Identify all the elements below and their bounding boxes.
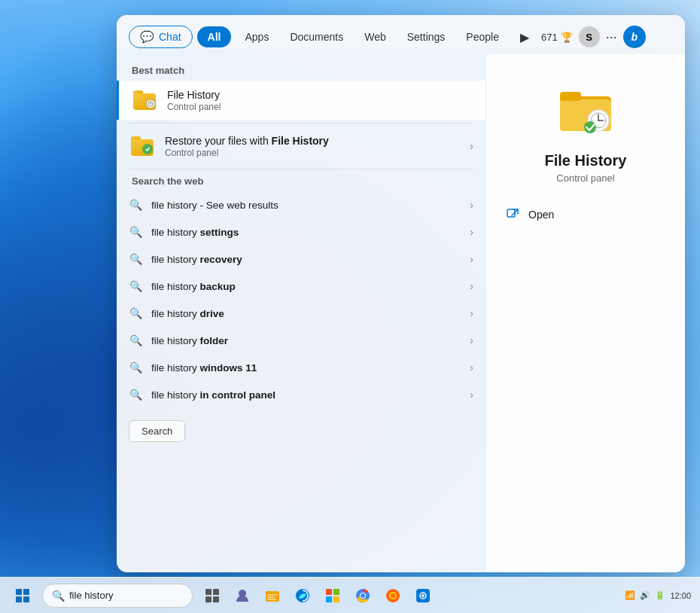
best-match-text: File History Control panel bbox=[167, 89, 473, 112]
bing-icon: b bbox=[631, 31, 638, 43]
search-icon-3: 🔍 bbox=[129, 279, 142, 293]
svg-rect-24 bbox=[266, 591, 272, 593]
best-match-result[interactable]: File History Control panel bbox=[117, 81, 485, 120]
svg-rect-29 bbox=[326, 589, 332, 595]
folder-icon-large bbox=[558, 86, 613, 134]
svg-rect-18 bbox=[205, 589, 212, 595]
taskbar-search-input[interactable] bbox=[69, 590, 182, 601]
count-badge[interactable]: 671 🏆 bbox=[541, 32, 573, 43]
web-item-4[interactable]: 🔍 file history drive › bbox=[117, 300, 485, 327]
web-item-3[interactable]: 🔍 file history backup › bbox=[117, 273, 485, 300]
tab-all[interactable]: All bbox=[197, 26, 232, 47]
restore-files-result[interactable]: Restore your files with File History Con… bbox=[117, 127, 485, 166]
chrome-icon bbox=[355, 587, 371, 604]
bing-button[interactable]: b bbox=[623, 26, 646, 48]
svg-rect-27 bbox=[267, 599, 276, 600]
tab-settings-label: Settings bbox=[407, 31, 446, 43]
open-icon bbox=[504, 206, 521, 223]
web-arrow-1: › bbox=[470, 226, 473, 238]
detail-actions: Open bbox=[501, 202, 670, 227]
windows-logo bbox=[16, 589, 29, 602]
web-text-4: file history drive bbox=[151, 308, 461, 319]
teams-icon bbox=[234, 587, 251, 604]
search-icon-6: 🔍 bbox=[129, 361, 142, 374]
tray-volume: 🔊 bbox=[640, 590, 650, 600]
svg-rect-31 bbox=[326, 596, 332, 602]
taskbar-settings-app[interactable] bbox=[409, 582, 437, 609]
file-history-icon bbox=[131, 87, 158, 114]
web-arrow-2: › bbox=[470, 253, 473, 265]
taskbar-search-bar[interactable]: 🔍 bbox=[42, 584, 193, 608]
tab-apps[interactable]: Apps bbox=[236, 26, 278, 47]
taskbar-chrome[interactable] bbox=[349, 582, 376, 609]
profile-button[interactable]: S bbox=[579, 26, 600, 47]
best-match-subtitle: Control panel bbox=[167, 102, 473, 112]
restore-icon bbox=[129, 133, 156, 160]
web-item-5[interactable]: 🔍 file history folder › bbox=[117, 327, 485, 354]
tab-chat-label: Chat bbox=[159, 31, 181, 43]
taskbar-firefox[interactable] bbox=[379, 582, 406, 609]
tab-web[interactable]: Web bbox=[355, 26, 395, 47]
web-text-2: file history recovery bbox=[151, 254, 461, 265]
svg-rect-26 bbox=[267, 596, 275, 598]
search-icon-7: 🔍 bbox=[129, 388, 142, 401]
tab-web-label: Web bbox=[364, 31, 386, 43]
search-icon-5: 🔍 bbox=[129, 334, 142, 347]
search-button[interactable]: Search bbox=[129, 420, 185, 442]
web-text-7: file history in control panel bbox=[151, 389, 461, 401]
taskbar-store[interactable] bbox=[319, 582, 346, 609]
taskbar-explorer[interactable] bbox=[259, 582, 286, 609]
web-arrow-3: › bbox=[470, 280, 473, 292]
detail-title: File History bbox=[545, 152, 627, 169]
svg-point-35 bbox=[361, 593, 365, 598]
web-item-6[interactable]: 🔍 file history windows 11 › bbox=[117, 354, 485, 381]
tab-people-label: People bbox=[466, 31, 499, 43]
profile-initial: S bbox=[586, 32, 592, 43]
taskbar-task-view[interactable] bbox=[199, 582, 226, 609]
web-item-2[interactable]: 🔍 file history recovery › bbox=[117, 246, 485, 273]
start-button[interactable] bbox=[9, 582, 36, 609]
restore-text: Restore your files with File History Con… bbox=[165, 135, 461, 158]
svg-rect-32 bbox=[333, 596, 339, 602]
tab-chat[interactable]: 💬 Chat bbox=[129, 26, 193, 48]
svg-rect-25 bbox=[267, 594, 278, 596]
settings-app-icon bbox=[415, 587, 431, 604]
search-header: 💬 Chat All Apps Documents Web Settings P… bbox=[117, 15, 685, 48]
chat-icon: 💬 bbox=[140, 30, 154, 44]
tab-all-label: All bbox=[208, 31, 221, 43]
svg-rect-30 bbox=[333, 589, 339, 595]
web-arrow-4: › bbox=[470, 307, 473, 319]
tab-people[interactable]: People bbox=[457, 26, 508, 47]
action-open[interactable]: Open bbox=[501, 202, 670, 227]
taskbar-search-icon: 🔍 bbox=[52, 590, 65, 602]
detail-icon bbox=[555, 80, 616, 140]
web-arrow-0: › bbox=[470, 199, 473, 211]
more-options-button[interactable]: ··· bbox=[606, 29, 617, 45]
svg-rect-19 bbox=[213, 589, 219, 595]
restore-subtitle: Control panel bbox=[165, 148, 461, 158]
web-text-3: file history backup bbox=[151, 281, 461, 292]
svg-rect-5 bbox=[560, 92, 581, 101]
svg-point-38 bbox=[391, 593, 395, 598]
web-item-7[interactable]: 🔍 file history in control panel › bbox=[117, 381, 485, 408]
search-icon-2: 🔍 bbox=[129, 252, 142, 266]
web-text-5: file history folder bbox=[151, 335, 461, 346]
taskbar-edge[interactable] bbox=[289, 582, 316, 609]
tray-battery: 🔋 bbox=[655, 590, 665, 600]
svg-point-41 bbox=[422, 594, 425, 597]
restore-title: Restore your files with File History bbox=[165, 135, 461, 147]
search-icon-1: 🔍 bbox=[129, 225, 142, 239]
svg-rect-20 bbox=[205, 596, 212, 602]
web-item-0[interactable]: 🔍 file history - See web results › bbox=[117, 191, 485, 218]
tab-settings[interactable]: Settings bbox=[398, 26, 455, 47]
search-body: Best match bbox=[117, 54, 685, 572]
play-button[interactable]: ▶ bbox=[514, 26, 535, 47]
web-item-1[interactable]: 🔍 file history settings › bbox=[117, 218, 485, 246]
search-icon-0: 🔍 bbox=[129, 198, 142, 212]
web-arrow-7: › bbox=[470, 389, 473, 401]
taskbar-teams[interactable] bbox=[229, 582, 256, 609]
edge-icon bbox=[294, 587, 311, 604]
explorer-icon bbox=[264, 587, 281, 604]
search-popup: 💬 Chat All Apps Documents Web Settings P… bbox=[117, 15, 685, 572]
tab-documents[interactable]: Documents bbox=[281, 26, 352, 47]
